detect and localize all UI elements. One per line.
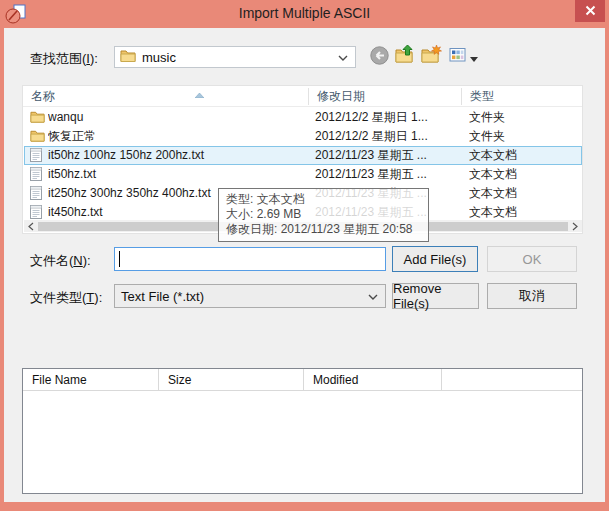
look-in-value: music: [142, 50, 338, 65]
new-folder-icon: [421, 44, 442, 68]
column-header-modified[interactable]: Modified: [304, 369, 442, 391]
window-title: Import Multiple ASCII: [0, 0, 609, 28]
file-row[interactable]: 恢复正常 2012/12/2 星期日 1... 文件夹: [24, 127, 582, 146]
text-caret: [119, 251, 120, 267]
close-icon: [585, 2, 596, 20]
look-in-label: 查找范围(I):: [30, 50, 98, 68]
scroll-left-icon[interactable]: [24, 220, 38, 232]
view-menu-icon: [449, 47, 467, 67]
column-header-type[interactable]: 类型: [462, 86, 582, 107]
add-files-button[interactable]: Add File(s): [392, 246, 478, 272]
cancel-button[interactable]: 取消: [487, 283, 577, 309]
folder-icon: [30, 129, 45, 145]
text-file-icon: [30, 148, 42, 165]
tooltip-size: 大小: 2.69 MB: [226, 207, 421, 222]
column-header-name[interactable]: 名称: [23, 86, 308, 107]
ok-button[interactable]: OK: [487, 246, 577, 272]
file-row-selected[interactable]: it50hz 100hz 150hz 200hz.txt 2012/11/23 …: [24, 146, 582, 165]
file-row[interactable]: wanqu 2012/12/2 星期日 1... 文件夹: [24, 108, 582, 127]
tooltip-type: 类型: 文本文档: [226, 192, 421, 207]
file-info-tooltip: 类型: 文本文档 大小: 2.69 MB 修改日期: 2012/11/23 星期…: [218, 188, 429, 242]
up-one-level-icon: [395, 44, 415, 68]
file-row[interactable]: it50hz.txt 2012/11/23 星期五 ... 文本文档: [24, 165, 582, 184]
new-folder-button[interactable]: [420, 46, 442, 66]
close-button[interactable]: [575, 0, 605, 22]
scroll-right-icon[interactable]: [568, 220, 582, 232]
import-multiple-ascii-dialog: Import Multiple ASCII 查找范围(I): music: [0, 0, 609, 511]
chevron-down-icon: [368, 287, 378, 305]
tooltip-modified: 修改日期: 2012/11/23 星期五 20:58: [226, 222, 421, 237]
dialog-body: 查找范围(I): music: [4, 28, 605, 502]
column-header-empty[interactable]: [442, 369, 582, 391]
file-type-value: Text File (*.txt): [121, 289, 368, 304]
column-header-file-name[interactable]: File Name: [23, 369, 159, 391]
column-header-date[interactable]: 修改日期: [309, 86, 461, 107]
sort-ascending-icon: [195, 87, 204, 101]
view-menu-button[interactable]: [446, 47, 480, 67]
look-in-dropdown[interactable]: music: [114, 46, 356, 68]
file-name-label: 文件名(N):: [30, 252, 91, 270]
selected-files-table: File Name Size Modified: [22, 368, 583, 494]
remove-files-button[interactable]: Remove File(s): [392, 283, 479, 309]
back-icon: [370, 46, 389, 69]
up-one-level-button[interactable]: [394, 46, 416, 66]
chevron-down-icon: [338, 48, 348, 66]
file-type-label: 文件类型(T):: [30, 289, 102, 307]
column-header-size[interactable]: Size: [159, 369, 304, 391]
folder-icon: [120, 48, 136, 66]
file-type-dropdown[interactable]: Text File (*.txt): [114, 284, 386, 308]
folder-icon: [30, 110, 45, 126]
file-list-header: 名称 修改日期 类型: [23, 86, 582, 107]
text-file-icon: [30, 167, 42, 184]
titlebar: Import Multiple ASCII: [0, 0, 609, 28]
back-button[interactable]: [368, 47, 390, 67]
text-file-icon: [30, 186, 42, 203]
selected-files-header: File Name Size Modified: [23, 369, 582, 391]
file-name-input[interactable]: [114, 247, 386, 271]
dropdown-arrow-icon: [470, 48, 478, 66]
